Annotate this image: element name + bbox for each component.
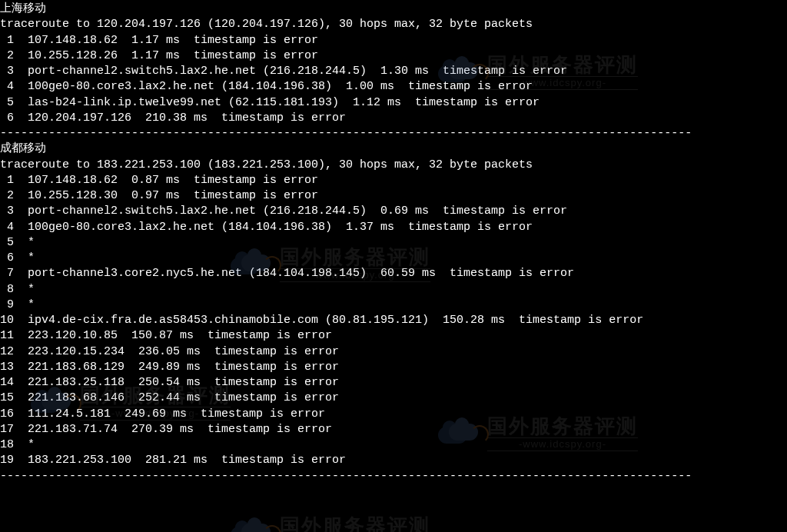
hop-line: 5 las-b24-link.ip.twelve99.net (62.115.1… [0,95,787,111]
hop-line: 8 * [0,282,787,298]
hop-line: 7 port-channel3.core2.nyc5.he.net (184.1… [0,266,787,281]
watermark-title: 国外服务器评测 [280,515,430,532]
separator-line: ----------------------------------------… [0,126,787,141]
hop-line: 14 221.183.25.118 250.54 ms timestamp is… [0,375,787,391]
hop-line: 11 223.120.10.85 150.87 ms timestamp is … [0,328,787,344]
hop-line: 6 * [0,251,787,266]
hop-line: 18 * [0,437,787,453]
hop-line: 4 100ge0-80.core3.lax2.he.net (184.104.1… [0,79,787,95]
block-title: 上海移动 [0,2,787,17]
hop-line: 4 100ge0-80.core3.lax2.he.net (184.104.1… [0,220,787,235]
hop-line: 15 221.183.68.146 252.44 ms timestamp is… [0,391,787,406]
traceroute-header: traceroute to 120.204.197.126 (120.204.1… [0,17,787,32]
traceroute-header: traceroute to 183.221.253.100 (183.221.2… [0,158,787,173]
hop-line: 5 * [0,235,787,251]
block-title: 成都移动 [0,141,787,157]
separator-line: ----------------------------------------… [0,469,787,484]
hop-line: 17 221.183.71.74 270.39 ms timestamp is … [0,422,787,437]
hop-line: 16 111.24.5.181 249.69 ms timestamp is e… [0,407,787,422]
hop-line: 13 221.183.68.129 249.89 ms timestamp is… [0,360,787,375]
watermark: 国外服务器评测-www.idcspy.org- [231,515,430,532]
terminal-output: 上海移动traceroute to 120.204.197.126 (120.2… [0,0,787,484]
hop-line: 3 port-channel2.switch5.lax2.he.net (216… [0,204,787,219]
hop-line: 6 120.204.197.126 210.38 ms timestamp is… [0,111,787,126]
hop-line: 1 107.148.18.62 0.87 ms timestamp is err… [0,173,787,188]
hop-line: 2 10.255.128.26 1.17 ms timestamp is err… [0,48,787,64]
hop-line: 19 183.221.253.100 281.21 ms timestamp i… [0,453,787,468]
cloud-icon [231,517,274,532]
hop-line: 1 107.148.18.62 1.17 ms timestamp is err… [0,33,787,48]
hop-line: 2 10.255.128.30 0.97 ms timestamp is err… [0,188,787,204]
hop-line: 12 223.120.15.234 236.05 ms timestamp is… [0,344,787,360]
hop-line: 3 port-channel2.switch5.lax2.he.net (216… [0,64,787,79]
hop-line: 10 ipv4.de-cix.fra.de.as58453.chinamobil… [0,313,787,328]
hop-line: 9 * [0,298,787,313]
